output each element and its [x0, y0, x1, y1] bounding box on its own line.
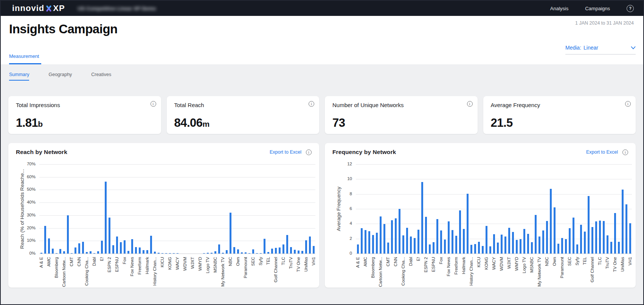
x-axis-label: ESPN 2: [423, 257, 428, 272]
gridline: [39, 164, 315, 165]
x-axis-label: Paramount: [243, 257, 248, 278]
gridline: [39, 177, 315, 177]
bar: [429, 244, 431, 254]
bar: [264, 239, 265, 254]
bar: [82, 242, 84, 254]
x-axis-label: NBC: [228, 257, 233, 266]
x-axis-label: Hallmark: [461, 257, 466, 274]
media-label: Media:: [565, 45, 581, 51]
bar: [218, 244, 220, 254]
bar: [470, 245, 472, 254]
nav-campaigns[interactable]: Campaigns: [585, 6, 610, 11]
bar: [252, 249, 254, 254]
bar: [241, 252, 243, 254]
x-axis-label: NBC: [544, 257, 549, 266]
bar: [474, 244, 476, 254]
bar: [44, 226, 46, 254]
bar: [376, 233, 378, 254]
bar: [40, 253, 42, 254]
x-axis-label: Freeform: [453, 257, 459, 275]
info-icon[interactable]: i: [625, 101, 631, 107]
help-icon[interactable]: ?: [627, 5, 634, 12]
bar: [101, 241, 103, 254]
x-axis-label: TruTV: [288, 257, 293, 269]
x-axis-label: TEL: [265, 257, 271, 265]
x-axis-label: CNN: [76, 257, 82, 266]
x-axis-label: A & E: [355, 257, 360, 268]
kpi-value-suffix: m: [203, 120, 209, 128]
bar: [523, 229, 525, 254]
bar: [78, 243, 80, 254]
x-axis-label: Bloomberg: [370, 257, 376, 278]
bar: [516, 240, 518, 254]
bar: [508, 228, 510, 254]
bar: [165, 253, 167, 254]
info-icon[interactable]: i: [151, 101, 156, 107]
x-axis-label: MSNBC: [213, 257, 218, 273]
y-axis-tick: 10: [330, 176, 352, 181]
bar: [625, 204, 627, 254]
gridline: [356, 224, 632, 224]
media-select[interactable]: Media: Linear: [565, 45, 636, 54]
bar: [421, 182, 423, 254]
bar: [93, 253, 95, 254]
bar: [131, 239, 133, 254]
app-window: innovid XP US Competitive Linear XP Demo…: [0, 0, 644, 305]
x-axis-label: SEC: [567, 257, 572, 266]
bar: [387, 243, 389, 254]
x-axis-label: WMYD: [514, 257, 519, 271]
kpi-value: 21.5: [491, 116, 513, 130]
x-axis-label: CMT: [385, 257, 391, 266]
x-axis-label: WDVM: [499, 257, 504, 271]
bar: [139, 247, 141, 254]
x-axis-label: TLC: [281, 257, 286, 265]
nav-analysis[interactable]: Analysis: [550, 6, 568, 11]
bar: [237, 249, 239, 254]
chevron-down-icon: [631, 46, 636, 50]
x-axis-label: KICU: [160, 257, 165, 267]
bar: [63, 251, 65, 254]
x-axis-label: ESPN 2: [107, 257, 112, 272]
gridline: [356, 179, 632, 179]
kpi-value: 1.81b: [16, 116, 43, 130]
tab-creatives[interactable]: Creatives: [91, 72, 111, 81]
bar: [71, 253, 73, 254]
kpi-value: 73: [332, 116, 345, 130]
x-axis-label: KONG: [484, 257, 489, 270]
bar: [410, 237, 412, 254]
bar: [158, 253, 160, 254]
tab-summary[interactable]: Summary: [9, 72, 29, 81]
info-icon[interactable]: i: [467, 101, 473, 107]
bar: [588, 196, 590, 254]
bar: [501, 235, 503, 254]
bar: [557, 244, 559, 254]
bar: [482, 246, 484, 254]
bar: [286, 235, 288, 254]
x-axis-label: UniMas: [620, 257, 625, 272]
x-axis-label: MSNBC: [529, 257, 534, 273]
reach-bar-chart: 0%10%20%30%40%50%60%70%Reach (% of House…: [8, 143, 319, 288]
x-axis-label: TV One: [612, 257, 618, 272]
bar: [614, 213, 616, 254]
bar: [52, 249, 54, 254]
tab-geography[interactable]: Geography: [48, 72, 72, 81]
logo-suffix-text: XP: [53, 3, 65, 13]
bar: [554, 207, 556, 254]
bar: [610, 242, 612, 254]
x-axis-label: Paramount: [559, 257, 565, 278]
x-axis-label: Golf Channel: [273, 257, 278, 282]
bar: [436, 219, 438, 254]
bar: [584, 232, 586, 254]
x-axis-label: WJXT: [190, 257, 195, 269]
tab-measurement[interactable]: Measurement: [9, 53, 39, 64]
bar: [463, 229, 465, 254]
bar: [279, 247, 281, 254]
info-icon[interactable]: i: [309, 101, 314, 107]
bar: [399, 209, 400, 254]
kpi-value: 84.06m: [174, 116, 209, 130]
bar: [226, 250, 228, 254]
bar: [433, 242, 435, 254]
frequency-by-network-card: Frequency by Network Export to Excel i 0…: [325, 143, 636, 288]
y-axis-tick: 0: [330, 251, 352, 255]
bar: [290, 247, 292, 254]
